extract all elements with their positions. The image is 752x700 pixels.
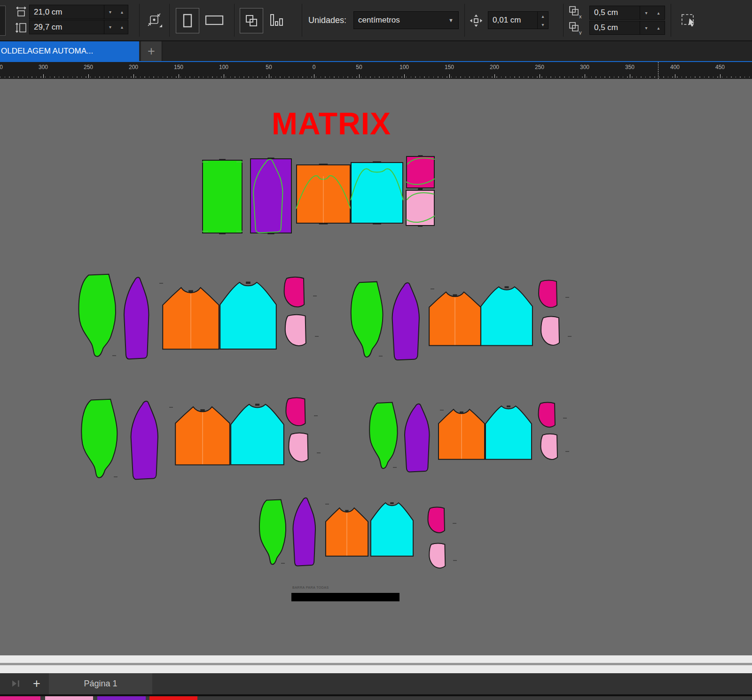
pattern-piece-back[interactable]: [370, 502, 414, 557]
pattern-outline-overlay[interactable]: [406, 156, 435, 188]
duplicate-x-field[interactable]: 0,5 cm: [589, 6, 640, 20]
pattern-piece-front[interactable]: [429, 290, 481, 347]
pattern-piece-body[interactable]: [349, 281, 387, 358]
autofit-page-button[interactable]: [143, 8, 166, 32]
matrix-title-text[interactable]: MATRIX: [254, 106, 409, 141]
duplicate-y-spinner[interactable]: ▾▴: [640, 21, 665, 35]
pattern-piece-sleeve[interactable]: [290, 497, 322, 567]
pattern-piece-cuffm[interactable]: [283, 397, 310, 430]
pattern-piece-front[interactable]: [438, 408, 485, 460]
page-height-field[interactable]: 29,7 cm: [29, 20, 104, 34]
pattern-piece-body[interactable]: [258, 499, 290, 566]
clipped-control: [0, 6, 6, 36]
page-bars-icon: [269, 14, 283, 27]
pattern-piece-front[interactable]: [175, 405, 230, 466]
pattern-outline-overlay[interactable]: [202, 160, 243, 233]
size-annotation-mark: [453, 523, 456, 524]
color-swatch[interactable]: [0, 696, 40, 700]
pattern-piece-front[interactable]: [162, 286, 219, 350]
horizontal-scrollbar[interactable]: [0, 655, 752, 673]
ruler-major-tick: [224, 74, 224, 78]
size-annotation-mark: [314, 415, 318, 416]
color-swatch[interactable]: [149, 696, 197, 700]
pattern-piece-cuffp[interactable]: [538, 316, 564, 350]
pattern-piece-cuffp[interactable]: [538, 433, 562, 463]
pattern-piece-cuffm[interactable]: [536, 280, 562, 311]
size-annotation-mark: [453, 560, 457, 561]
ruler-label: 0: [303, 64, 325, 70]
horizontal-ruler[interactable]: 3503002502001501005005010015020025030035…: [0, 62, 752, 79]
black-bar-object[interactable]: [291, 593, 400, 601]
page-height-spinner[interactable]: ▾▴: [104, 20, 128, 34]
new-document-button[interactable]: +: [141, 41, 162, 61]
ruler-major-tick: [540, 74, 540, 78]
size-annotation-mark: [315, 336, 319, 337]
ruler-major-tick: [179, 74, 179, 78]
pattern-piece-cuffm[interactable]: [425, 506, 449, 537]
ruler-major-tick: [314, 74, 314, 78]
pattern-outline-overlay[interactable]: [250, 158, 292, 233]
treat-as-filled-icon: [681, 12, 697, 29]
pattern-piece-back[interactable]: [485, 405, 532, 460]
last-page-icon[interactable]: [9, 679, 23, 688]
pattern-piece-sleeve[interactable]: [402, 403, 437, 473]
all-pages-button[interactable]: [240, 8, 263, 33]
drawing-canvas[interactable]: MATRIX BARRA PARA TODAS: [0, 79, 752, 655]
add-page-button[interactable]: +: [28, 673, 45, 694]
page-width-field[interactable]: 21,0 cm: [29, 5, 104, 19]
color-swatch[interactable]: [97, 696, 146, 700]
page-tab-pagina-1[interactable]: Página 1: [49, 673, 152, 694]
ruler-major-tick: [720, 74, 721, 78]
pattern-piece-sleeve[interactable]: [128, 400, 166, 480]
chevron-down-icon: ▼: [448, 17, 454, 23]
pattern-piece-cuffp[interactable]: [427, 543, 449, 572]
ruler-minor-ticks: [0, 77, 752, 78]
overlapping-pages-icon: [245, 14, 258, 27]
nudge-spinner[interactable]: ▴▾: [537, 11, 548, 29]
page-height-icon: [15, 22, 27, 34]
current-page-size-button[interactable]: [264, 8, 289, 32]
pattern-piece-sleeve[interactable]: [121, 276, 157, 360]
pattern-piece-body[interactable]: [76, 273, 121, 358]
size-annotation-mark: [568, 336, 572, 337]
scrollbar-track[interactable]: [0, 655, 752, 663]
size-annotation-mark: [169, 407, 173, 408]
pattern-outline-overlay[interactable]: [406, 190, 435, 226]
treat-as-filled-button[interactable]: [677, 8, 701, 33]
pattern-piece-front[interactable]: [325, 506, 368, 557]
units-label: Unidades:: [308, 0, 346, 40]
pattern-piece-cuffm[interactable]: [281, 276, 309, 311]
autofit-page-icon: [147, 12, 163, 28]
ruler-label: 250: [77, 64, 100, 70]
document-tab-active[interactable]: OLDELAGEM AUTOMA...: [0, 41, 139, 61]
units-dropdown[interactable]: centímetros ▼: [353, 11, 459, 29]
pattern-piece-body[interactable]: [368, 402, 401, 470]
pattern-outline-overlay[interactable]: [351, 162, 403, 224]
size-annotation-mark: [114, 476, 118, 477]
duplicate-x-spinner[interactable]: ▾▴: [640, 6, 665, 20]
portrait-button[interactable]: [176, 8, 199, 33]
pattern-piece-cuffp[interactable]: [286, 432, 313, 466]
landscape-button[interactable]: [201, 8, 227, 32]
scrollbar-track[interactable]: [0, 665, 752, 673]
pattern-piece-back[interactable]: [230, 403, 284, 466]
pattern-piece-cuffp[interactable]: [282, 314, 311, 350]
size-annotation-mark: [565, 297, 569, 298]
duplicate-y-field[interactable]: 0,5 cm: [589, 21, 640, 35]
tab-divider: [162, 41, 162, 61]
pattern-outline-overlay[interactable]: [296, 164, 351, 224]
pattern-piece-cuffm[interactable]: [536, 402, 559, 431]
ruler-major-tick: [43, 74, 44, 78]
pattern-piece-sleeve[interactable]: [389, 282, 428, 361]
size-annotation-mark: [281, 563, 285, 564]
page-width-spinner[interactable]: ▾▴: [104, 5, 128, 19]
ruler-major-tick: [133, 74, 134, 78]
pattern-piece-back[interactable]: [219, 281, 277, 350]
color-swatch[interactable]: [45, 696, 93, 700]
black-bar-label[interactable]: BARRA PARA TODAS: [292, 586, 329, 589]
page-navigation-bar: + Página 1: [0, 673, 752, 694]
toolbar-divider: [671, 4, 671, 37]
nudge-distance-field[interactable]: 0,01 cm: [488, 11, 538, 29]
pattern-piece-body[interactable]: [79, 398, 122, 479]
pattern-piece-back[interactable]: [480, 286, 533, 347]
